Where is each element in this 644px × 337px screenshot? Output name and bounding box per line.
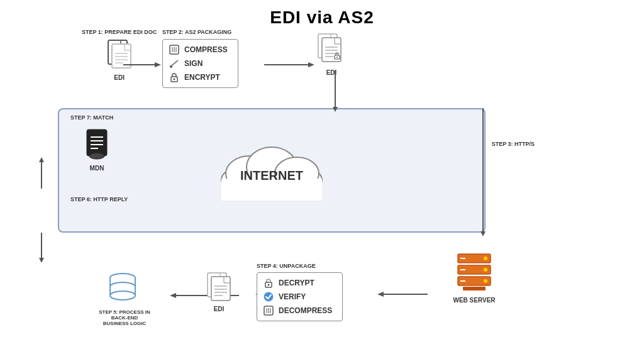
step5-label: STEP 5: PROCESS IN BACK-END BUSINESS LOG… bbox=[93, 309, 156, 326]
svg-text:INTERNET: INTERNET bbox=[240, 168, 303, 182]
step2-encrypt-row: ENCRYPT bbox=[169, 70, 228, 84]
svg-marker-57 bbox=[377, 292, 384, 297]
svg-marker-11 bbox=[155, 62, 161, 67]
step1-container: STEP 1: PREPARE EDI DOC EDI bbox=[82, 29, 157, 81]
svg-point-33 bbox=[336, 57, 338, 58]
mdn-container: MDN bbox=[82, 128, 112, 172]
decrypt-icon bbox=[264, 278, 274, 288]
svg-point-75 bbox=[484, 279, 487, 283]
decompress-icon bbox=[264, 306, 274, 316]
server-icon bbox=[453, 251, 496, 296]
sign-icon bbox=[169, 58, 179, 69]
step6-label: STEP 6: HTTP REPLY bbox=[70, 196, 128, 202]
step2-sign-row: SIGN bbox=[169, 57, 228, 70]
compress-icon bbox=[169, 45, 179, 55]
svg-marker-53 bbox=[39, 258, 44, 263]
step4-label: STEP 4: UNPACKAGE bbox=[257, 263, 343, 269]
arrow-server-to-unpackage bbox=[377, 289, 428, 301]
edi-bottom-label: EDI bbox=[214, 306, 225, 312]
svg-rect-82 bbox=[211, 277, 230, 301]
svg-marker-47 bbox=[333, 107, 338, 112]
svg-point-72 bbox=[484, 268, 487, 272]
mdn-label: MDN bbox=[90, 165, 104, 172]
svg-marker-21 bbox=[308, 62, 314, 67]
arrow-ediright-down bbox=[331, 70, 339, 114]
step2-compress-row: COMPRESS bbox=[169, 43, 228, 57]
svg-rect-34 bbox=[87, 130, 107, 156]
step4-box: DECRYPT VERIFY DECOMPRESS bbox=[257, 272, 343, 321]
arrow-step2-to-ediright bbox=[264, 60, 314, 71]
encrypt-icon bbox=[169, 72, 179, 82]
page-title: EDI via AS2 bbox=[0, 0, 644, 28]
edi-bottom-doc-icon bbox=[205, 272, 233, 304]
arrow-mdn-down bbox=[38, 233, 45, 265]
step4-decompress-label: DECOMPRESS bbox=[279, 306, 332, 315]
step1-label: STEP 1: PREPARE EDI DOC bbox=[82, 29, 157, 35]
page: EDI via AS2 STEP 1: PREPARE EDI DOC EDI bbox=[0, 0, 644, 337]
step2-encrypt-label: ENCRYPT bbox=[184, 73, 220, 82]
edi-bottom-container: EDI bbox=[205, 272, 233, 312]
arrow-step1-to-step2 bbox=[123, 60, 161, 71]
svg-point-17 bbox=[170, 65, 172, 68]
step4-decrypt-label: DECRYPT bbox=[279, 279, 314, 287]
svg-marker-55 bbox=[170, 293, 176, 298]
step4-verify-row: VERIFY bbox=[264, 290, 332, 304]
web-server-container: WEB SERVER bbox=[453, 251, 496, 304]
database-container bbox=[107, 272, 138, 308]
arrow-step6-up bbox=[38, 157, 45, 191]
step3-label: STEP 3: HTTP/S bbox=[492, 141, 535, 147]
edi-right-doc-icon bbox=[316, 33, 347, 68]
svg-marker-49 bbox=[480, 231, 486, 236]
step4-container: STEP 4: UNPACKAGE DECRYPT VERIFY bbox=[257, 263, 343, 321]
svg-rect-76 bbox=[463, 287, 486, 290]
svg-point-61 bbox=[268, 284, 270, 286]
verify-icon bbox=[264, 292, 274, 302]
web-server-label: WEB SERVER bbox=[453, 297, 495, 304]
step4-decrypt-row: DECRYPT bbox=[264, 276, 332, 290]
step2-sign-label: SIGN bbox=[184, 59, 203, 68]
svg-point-69 bbox=[484, 257, 487, 260]
step7-label: STEP 7: MATCH bbox=[70, 114, 113, 121]
cloud-container: INTERNET bbox=[209, 136, 335, 205]
step2-compress-label: COMPRESS bbox=[184, 45, 228, 54]
step1-doc-label: EDI bbox=[114, 74, 125, 81]
database-icon bbox=[107, 272, 138, 308]
edi-right-container: EDI bbox=[316, 33, 347, 76]
cloud-icon: INTERNET bbox=[209, 136, 335, 205]
step2-box: COMPRESS SIGN ENCRYPT bbox=[162, 39, 238, 88]
svg-point-93 bbox=[110, 291, 135, 300]
step2-container: STEP 2: AS2 PACKAGING COMPRESS SIGN bbox=[162, 29, 238, 88]
step4-verify-label: VERIFY bbox=[279, 292, 306, 301]
svg-point-39 bbox=[89, 153, 104, 159]
step4-decompress-row: DECOMPRESS bbox=[264, 304, 332, 318]
svg-marker-51 bbox=[39, 157, 44, 162]
step2-label: STEP 2: AS2 PACKAGING bbox=[162, 29, 238, 35]
internet-box: STEP 7: MATCH MDN STEP 6: HTTP REPLY bbox=[58, 108, 486, 233]
svg-point-19 bbox=[174, 79, 175, 80]
mdn-icon bbox=[82, 128, 112, 163]
arrow-step3-down bbox=[479, 108, 487, 239]
